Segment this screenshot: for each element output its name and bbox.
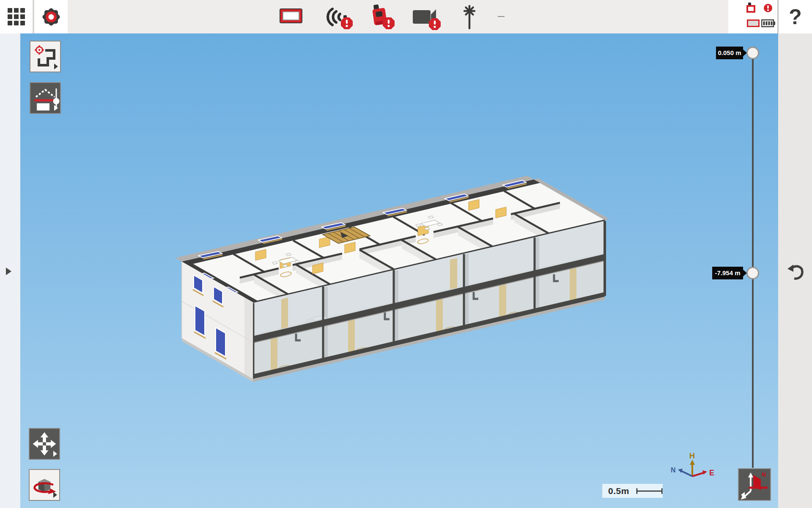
expand-options-icon bbox=[53, 492, 57, 498]
top-toolbar: ? bbox=[0, 0, 812, 33]
panel-expand-arrow-icon[interactable] bbox=[6, 268, 11, 275]
device-status-panel[interactable] bbox=[728, 0, 777, 33]
elevation-current-label: -7.954 m bbox=[712, 267, 743, 279]
scale-indicator: 0.5m bbox=[602, 484, 663, 498]
settings-button[interactable] bbox=[34, 0, 68, 33]
prism-pole-button[interactable] bbox=[462, 4, 477, 30]
scale-ruler-icon bbox=[636, 487, 663, 495]
floor-section-tool-button[interactable] bbox=[30, 82, 61, 114]
measure-polyline-tool-button[interactable] bbox=[30, 41, 61, 72]
apps-menu-button[interactable] bbox=[0, 0, 33, 33]
camera-icon bbox=[412, 3, 443, 31]
prism-pole-icon bbox=[462, 4, 477, 30]
error-badge-icon bbox=[383, 17, 395, 29]
battery-full-icon bbox=[761, 19, 776, 28]
expand-options-icon bbox=[741, 492, 745, 498]
axis-e-label: E bbox=[709, 469, 714, 477]
apps-grid-icon bbox=[8, 8, 25, 26]
wifi-icon bbox=[325, 3, 354, 30]
orbit-tool-button[interactable] bbox=[29, 469, 60, 501]
elevation-max-label: 0.050 m bbox=[716, 47, 743, 59]
expand-options-icon bbox=[54, 64, 58, 69]
settings-gear-icon bbox=[41, 6, 62, 28]
disto-device-icon bbox=[369, 3, 397, 30]
disto-status-button[interactable] bbox=[369, 3, 397, 30]
camera-status-button[interactable] bbox=[412, 3, 443, 31]
placeholder-dash-icon bbox=[498, 16, 505, 17]
axis-h-label: H bbox=[689, 452, 695, 460]
display-frame-button[interactable] bbox=[279, 8, 303, 24]
nav-compass-button[interactable]: N bbox=[738, 468, 771, 501]
pan-tool-button[interactable] bbox=[29, 428, 60, 460]
nav-north-label: N bbox=[762, 471, 766, 478]
elevation-slider-current-handle[interactable] bbox=[746, 267, 759, 279]
display-frame-icon bbox=[280, 8, 302, 23]
expand-options-icon bbox=[53, 451, 57, 457]
error-circle-icon bbox=[763, 3, 773, 13]
error-badge-icon bbox=[341, 17, 353, 29]
axis-n-label: N bbox=[671, 467, 676, 474]
elevation-slider-track[interactable] bbox=[752, 53, 754, 468]
undo-arrow-icon bbox=[787, 262, 805, 282]
wifi-status-button[interactable] bbox=[325, 3, 354, 30]
axis-indicator: H N E bbox=[668, 447, 719, 482]
help-label: ? bbox=[789, 5, 802, 29]
elevation-slider-upper-handle[interactable] bbox=[746, 47, 759, 59]
error-badge-icon bbox=[429, 18, 441, 30]
scale-label: 0.5m bbox=[608, 486, 629, 496]
building-model[interactable] bbox=[0, 0, 812, 508]
expand-options-icon bbox=[54, 105, 58, 111]
disto-mini-icon bbox=[746, 3, 757, 14]
battery-empty-red-icon bbox=[747, 19, 760, 27]
help-button[interactable]: ? bbox=[779, 0, 812, 33]
undo-button[interactable] bbox=[787, 262, 805, 282]
